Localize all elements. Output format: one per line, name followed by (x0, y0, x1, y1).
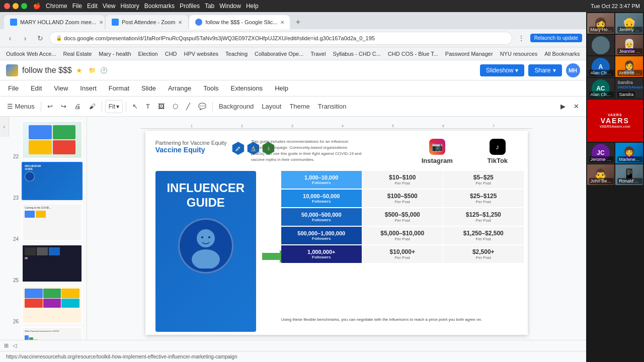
participant-vaers: VAERS VAERS VAERSAware.com (587, 100, 643, 142)
presenter-view-button[interactable]: ▶ (557, 100, 569, 114)
close-button[interactable] (4, 3, 10, 9)
bookmark-nyu[interactable]: NYU resources (498, 50, 540, 58)
slide-thumb-22[interactable] (22, 121, 83, 159)
image-tool[interactable]: 🖼 (155, 100, 168, 114)
paint-format-button[interactable]: 🖌 (86, 100, 99, 114)
tab-close-3[interactable]: ✕ (280, 20, 284, 25)
slides-menu-tools[interactable]: Tools (201, 83, 220, 93)
pricing-row-4: 500,000–1,000,000 Followers $5,000–$10,0… (281, 227, 528, 244)
line-tool[interactable]: ╱ (183, 100, 193, 114)
history-icon[interactable]: 🕐 (100, 67, 108, 74)
slides-menu-slide[interactable]: Slide (139, 83, 158, 93)
slide-thumb-23[interactable]: INFLUENCERGUIDE (22, 162, 83, 200)
influencer-guide-title: INFLUENCER GUIDE (162, 181, 250, 210)
bookmark-mary[interactable]: Mary - health (97, 50, 133, 58)
bookmark-chdcos[interactable]: CHD COS - Blue T... (386, 50, 440, 58)
slide-thumb-24[interactable]: Coming to the COVID... (22, 203, 83, 241)
bookmark-chd[interactable]: CHD (163, 50, 179, 58)
slide-panel-toggle[interactable]: ‹ (0, 117, 9, 137)
slide-thumb-26[interactable] (22, 286, 83, 324)
slide-panel: 22 (9, 117, 87, 340)
menu-apple[interactable]: 🍎 (33, 3, 41, 10)
instagram-price-3: $500–$5,000 Per Post (362, 208, 443, 226)
slides-menu-format[interactable]: Format (107, 83, 131, 93)
folder-icon[interactable]: 📁 (89, 67, 96, 74)
bookmark-collaborative[interactable]: Collaborative Ope... (253, 50, 305, 58)
minimize-button[interactable] (13, 3, 19, 9)
slide-num-24: 24 (13, 236, 19, 241)
transition-button[interactable]: Transition (315, 100, 350, 114)
reload-button[interactable]: ↻ (34, 32, 46, 44)
print-button[interactable]: 🖨 (71, 100, 84, 114)
bookmark-password[interactable]: Password Manager (443, 50, 495, 58)
menu-bookmarks[interactable]: Bookmarks (144, 3, 175, 10)
relaunch-update-button[interactable]: Relaunch to update (530, 34, 582, 42)
share-button[interactable]: Share ▾ (528, 64, 561, 76)
bookmark-hpv[interactable]: HPV websites (182, 50, 220, 58)
bookmark-all[interactable]: All Bookmarks (542, 50, 582, 58)
slide-thumb-25[interactable]: 🇺🇸 (22, 244, 83, 283)
slideshow-button[interactable]: Slideshow ▾ (480, 64, 525, 76)
tab-post-attendee[interactable]: Post Attendee - Zoom ✕ (106, 15, 188, 29)
menu-chrome[interactable]: Chrome (46, 3, 67, 10)
comment-tool[interactable]: 💬 (195, 100, 209, 114)
slide-thumb-row-22: 22 (13, 121, 83, 159)
slides-menu-edit[interactable]: Edit (29, 83, 44, 93)
bookmark-realestate[interactable]: Real Estate (61, 50, 94, 58)
grid-view-icon[interactable]: ⊞ (4, 342, 9, 349)
menu-history[interactable]: History (121, 3, 139, 10)
tab-close-2[interactable]: ✕ (178, 20, 182, 25)
menu-help[interactable]: Help (246, 3, 259, 10)
background-button[interactable]: Background (216, 100, 257, 114)
menu-tab[interactable]: Tab (205, 3, 214, 10)
slides-menu-file[interactable]: File (6, 83, 21, 93)
bookmark-election[interactable]: Election (136, 50, 160, 58)
participant-mary-holland: 👩 Mary Holland (587, 13, 615, 34)
menu-profiles[interactable]: Profiles (180, 3, 200, 10)
slide-thumb-27[interactable]: White Financial Investment for XXXXX (22, 327, 83, 340)
tiktok-price-1: $5–$25 Per Post (443, 171, 524, 189)
user-avatar[interactable]: MH (566, 63, 580, 77)
menu-window[interactable]: Window (219, 3, 241, 10)
menus-button[interactable]: ☰ Menus (4, 100, 38, 114)
instagram-price-5: $10,000+ Per Post (362, 245, 443, 263)
text-tool[interactable]: T (143, 100, 153, 114)
menu-view[interactable]: View (103, 3, 116, 10)
tab-close-1[interactable]: ✕ (99, 20, 103, 25)
select-tool[interactable]: ↖ (129, 100, 141, 114)
shapes-tool[interactable]: ⬡ (170, 100, 181, 114)
tab-google-slides[interactable]: follow the $$$ - Google Slic... ✕ (189, 15, 290, 29)
zoom-control[interactable]: Fit ▾ (105, 100, 123, 113)
participant-name-alan1: Alan Chapman (589, 70, 614, 76)
forward-button[interactable]: › (19, 32, 31, 44)
slideshow-dropdown-icon[interactable]: ▾ (515, 67, 518, 74)
tab-zoom-meeting[interactable]: MARY HOLLAND Zoom mee... ✕ (4, 15, 105, 29)
bookmark-teaching[interactable]: Teaching (223, 50, 250, 58)
slides-menu-view[interactable]: View (52, 83, 70, 93)
fullscreen-button[interactable] (21, 3, 27, 9)
slides-menu-extensions[interactable]: Extensions (229, 83, 265, 93)
menu-file[interactable]: File (72, 3, 82, 10)
undo-button[interactable]: ↩ (44, 100, 56, 114)
slides-menu-help[interactable]: Help (273, 83, 290, 93)
bookmark-syllabus[interactable]: Syllabus - CHD C... (331, 50, 382, 58)
layout-button[interactable]: Layout (259, 100, 284, 114)
bookmark-travel[interactable]: Travel (308, 50, 328, 58)
slides-menu-arrange[interactable]: Arrange (166, 83, 193, 93)
slide-panel-toggle-bottom[interactable]: ◁ (13, 342, 17, 349)
participant-john: 👨 John Beaudoin (587, 164, 615, 185)
bookmark-outlook[interactable]: Outlook Web Acce... (4, 50, 58, 58)
back-button[interactable]: ‹ (4, 32, 16, 44)
theme-button[interactable]: Theme (286, 100, 312, 114)
participant-alan1: A Alan Chapman (587, 56, 615, 77)
star-icon[interactable]: ★ (76, 66, 83, 74)
slides-menu-insert[interactable]: Insert (78, 83, 99, 93)
menu-edit[interactable]: Edit (87, 3, 98, 10)
redo-button[interactable]: ↪ (58, 100, 69, 114)
share-dropdown-icon[interactable]: ▾ (553, 67, 556, 74)
settings-icon[interactable]: ⋮ (515, 32, 527, 44)
google-favicon (195, 19, 202, 26)
new-tab-button[interactable]: + (291, 15, 305, 29)
address-input[interactable]: 🔒 docs.google.com/presentation/d/1faRorI… (49, 32, 512, 45)
more-options-button[interactable]: ✕ (571, 100, 582, 114)
